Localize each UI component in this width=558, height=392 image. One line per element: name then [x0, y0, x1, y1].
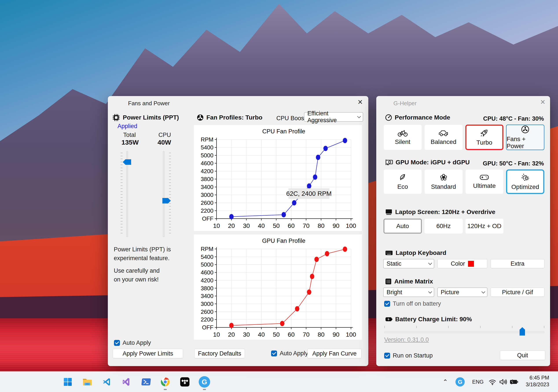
power-auto-apply-label: Auto Apply	[122, 340, 151, 346]
tray-chevron-up-icon[interactable]: ⌃	[443, 378, 448, 385]
turn-off-on-battery-checkbox[interactable]	[384, 301, 390, 307]
screen-button-60hz[interactable]: 60Hz	[424, 219, 463, 234]
svg-text:20: 20	[228, 222, 235, 229]
svg-text:GPU Fan Profile: GPU Fan Profile	[262, 238, 305, 244]
bicycle-icon	[398, 129, 408, 137]
chip-icon	[112, 114, 120, 122]
vscode-icon	[103, 377, 111, 386]
powershell-button[interactable]	[140, 376, 152, 388]
laptop-screen-header: Laptop Screen: 120Hz + Overdrive	[385, 209, 495, 216]
color-swatch	[468, 261, 474, 267]
chevron-down-icon	[428, 290, 432, 293]
keyboard-mode-select[interactable]: Static	[383, 259, 434, 268]
startup-toggle: Run on Startup	[384, 352, 433, 359]
anime-matrix-title: Anime Matrix	[394, 278, 433, 285]
battery-limit-slider[interactable]	[384, 326, 544, 335]
windows-logo-icon	[63, 377, 72, 386]
svg-text:5000: 5000	[201, 261, 213, 268]
performance-mode-header: Performance Mode	[385, 114, 450, 121]
mode-button-fans-power[interactable]: Fans + Power	[506, 125, 544, 150]
apply-power-limits-button[interactable]: Apply Power Limits	[113, 349, 183, 358]
svg-text:4200: 4200	[201, 277, 213, 284]
version-link[interactable]: Version: 0.31.0.0	[384, 336, 429, 343]
cpu-fan-chart[interactable]: OFF220026003000340038004200460050005400R…	[194, 125, 362, 231]
gpu-button-eco[interactable]: Eco	[384, 169, 422, 194]
gpu-button-ultimate[interactable]: Ultimate	[465, 169, 504, 194]
tray-date: 3/18/2023	[526, 381, 549, 388]
run-on-startup-checkbox[interactable]	[384, 353, 390, 359]
tray-clock[interactable]: 6:45 PM 3/18/2023	[526, 374, 549, 388]
mode-button-turbo[interactable]: Turbo	[465, 125, 504, 150]
close-icon[interactable]: ×	[358, 98, 363, 106]
battery-icon	[385, 317, 392, 322]
run-on-startup-label: Run on Startup	[393, 352, 433, 359]
gpu-button-standard[interactable]: Standard	[424, 169, 463, 194]
svg-text:4600: 4600	[201, 269, 213, 276]
gpu-mode-title: GPU Mode: iGPU + dGPU	[396, 159, 470, 166]
power-auto-apply-checkbox[interactable]	[114, 340, 120, 346]
matrix-brightness-select[interactable]: Bright	[383, 288, 434, 297]
factory-defaults-button[interactable]: Factory Defaults	[194, 349, 245, 358]
screen-button-auto[interactable]: Auto	[384, 219, 422, 234]
laptop-screen-title: Laptop Screen: 120Hz + Overdrive	[395, 209, 495, 216]
ghelper-taskbar-button[interactable]: G	[198, 376, 210, 388]
keyboard-extra-button[interactable]: Extra	[491, 259, 544, 268]
mode-button-balanced[interactable]: Balanced	[424, 125, 463, 150]
svg-text:5400: 5400	[201, 144, 213, 151]
close-icon[interactable]: ×	[541, 98, 545, 106]
svg-text:100: 100	[346, 222, 356, 229]
svg-text:90: 90	[333, 222, 340, 229]
file-explorer-button[interactable]	[81, 376, 94, 388]
svg-text:3000: 3000	[201, 300, 213, 307]
chrome-button[interactable]	[159, 376, 171, 388]
svg-text:5000: 5000	[201, 152, 213, 159]
matrix-picture-gif-button[interactable]: Picture / Gif	[491, 288, 544, 297]
matrix-mode-select[interactable]: Picture	[437, 288, 487, 297]
tidal-button[interactable]	[179, 376, 191, 388]
battery-slider-thumb[interactable]	[520, 327, 525, 335]
cpu-slider-track[interactable]	[163, 151, 165, 237]
svg-text:60: 60	[288, 222, 295, 229]
svg-text:RPM: RPM	[201, 246, 213, 252]
matrix-icon	[385, 278, 392, 285]
svg-text:4600: 4600	[201, 160, 213, 167]
screen-button-120hz-od[interactable]: 120Hz + OD	[465, 219, 504, 234]
svg-text:3000: 3000	[201, 192, 213, 198]
total-slider-thumb[interactable]	[123, 159, 131, 165]
tray-battery-icon[interactable]	[509, 376, 519, 388]
ghelper-icon: G	[199, 376, 210, 388]
svg-text:100: 100	[346, 331, 356, 338]
gpu-card-icon	[385, 159, 393, 166]
tray-language[interactable]: ENG	[472, 379, 484, 385]
svg-text:90: 90	[333, 331, 340, 338]
svg-text:20: 20	[228, 331, 235, 338]
quit-button[interactable]: Quit	[500, 350, 545, 360]
svg-text:40: 40	[258, 222, 265, 229]
tray-wifi-icon[interactable]	[488, 376, 497, 388]
laptop-keyboard-title: Laptop Keyboard	[396, 249, 446, 256]
gpu-fan-chart[interactable]: OFF220026003000340038004200460050005400R…	[194, 234, 362, 340]
fan-profiles-header: Fan Profiles: Turbo	[197, 114, 262, 121]
cpu-boost-select[interactable]: Efficient Aggressive	[304, 112, 363, 122]
gauge-icon	[385, 114, 392, 121]
power-auto-apply: Auto Apply	[114, 340, 151, 346]
apply-fan-curve-button[interactable]: Apply Fan Curve	[307, 349, 362, 358]
total-value: 135W	[122, 139, 139, 146]
mode-button-silent[interactable]: Silent	[384, 125, 422, 150]
window-title: G-Helper	[393, 100, 417, 107]
fan-auto-apply-checkbox[interactable]	[271, 350, 277, 356]
svg-text:60: 60	[288, 331, 295, 338]
svg-text:RPM: RPM	[201, 136, 213, 143]
matrix-battery-toggle: Turn off on battery	[384, 300, 441, 307]
rocket-icon	[480, 129, 489, 137]
keyboard-color-button[interactable]: Color	[437, 259, 487, 268]
power-limits-header: Power Limits (PPT)	[112, 114, 179, 122]
tray-ghelper-icon[interactable]: G	[455, 377, 465, 386]
gpu-button-optimized[interactable]: Optimized	[506, 169, 544, 194]
power-limits-status: Applied	[117, 123, 137, 130]
vscode-button[interactable]	[101, 376, 113, 388]
visual-studio-button[interactable]	[120, 376, 133, 388]
start-button[interactable]	[62, 376, 74, 388]
power-limits-title: Power Limits (PPT)	[123, 114, 179, 121]
tray-volume-icon[interactable]	[498, 376, 508, 388]
